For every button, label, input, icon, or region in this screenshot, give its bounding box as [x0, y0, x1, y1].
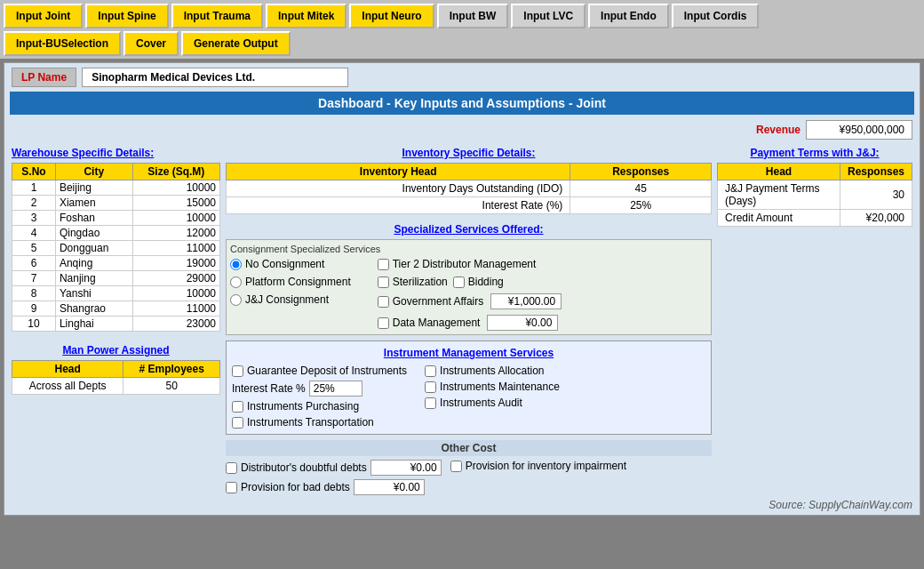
interest-rate-input[interactable] [309, 381, 362, 397]
wh-col-sno: S.No [12, 164, 56, 180]
check-sterilization[interactable]: Sterilization [378, 276, 448, 288]
nav-btn-endo[interactable]: Input Endo [588, 4, 669, 28]
table-row: Interest Rate (%) 25% [227, 197, 712, 214]
instrument-section: Instrument Management Services Guarantee… [226, 341, 712, 435]
instrument-right-col: Instruments Allocation Instruments Maint… [425, 365, 560, 429]
table-row: 5Dongguan11000 [12, 241, 220, 256]
warehouse-table: S.No City Size (Sq.M) 1Beijing10000 2Xia… [12, 163, 220, 332]
left-panel: Warehouse Specific Details: S.No City Si… [12, 147, 220, 495]
nav-btn-cordis[interactable]: Input Cordis [672, 4, 760, 28]
right-panel: Payment Terms with J&J: Head Responses J… [717, 147, 912, 495]
nav-btn-lvc[interactable]: Input LVC [511, 4, 585, 28]
doubtful-debts-value: ¥0.00 [370, 460, 442, 476]
other-cost-grid: Distributor's doubtful debts ¥0.00 Provi… [226, 460, 712, 495]
inventory-title: Inventory Specific Details: [226, 147, 712, 159]
check-instruments-purchasing[interactable]: Instruments Purchasing [232, 400, 407, 413]
lp-value: Sinopharm Medical Devices Ltd. [82, 68, 348, 87]
other-cost-left: Distributor's doubtful debts ¥0.00 Provi… [226, 460, 442, 495]
table-row: 3Foshan10000 [12, 211, 220, 226]
payment-table: Head Responses J&J Payment Terms (Days) … [717, 163, 912, 227]
revenue-label: Revenue [756, 124, 801, 136]
manpower-table: Head # Employees Across all Depts 50 [12, 360, 220, 395]
instrument-title: Instrument Management Services [232, 347, 705, 359]
table-row: Inventory Days Outstanding (IDO) 45 [227, 180, 712, 197]
other-cost-section: Other Cost Distributor's doubtful debts … [226, 440, 712, 495]
check-instruments-transportation[interactable]: Instruments Transportation [232, 416, 407, 429]
govt-affairs-value: ¥1,000.00 [490, 293, 562, 309]
middle-panel: Inventory Specific Details: Inventory He… [226, 147, 712, 495]
check-col: Tier 2 Distributor Management Sterilizat… [378, 258, 562, 331]
nav-btn-neuro[interactable]: Input Neuro [349, 4, 434, 28]
radio-platform-consignment[interactable]: Platform Consignment [230, 276, 351, 288]
check-bad-debts[interactable]: Provision for bad debts ¥0.00 [226, 479, 442, 495]
payment-title: Payment Terms with J&J: [717, 147, 912, 159]
table-row: Credit Amount ¥20,000 [718, 210, 912, 227]
table-row: 4Qingdao12000 [12, 226, 220, 241]
top-nav-row2: Input-BUSelection Cover Generate Output [0, 28, 924, 59]
consignment-options: No Consignment Platform Consignment J&J … [230, 258, 707, 331]
top-nav-row1: Input Joint Input Spine Input Trauma Inp… [0, 0, 924, 28]
other-cost-title: Other Cost [226, 440, 712, 456]
table-row: 1Beijing10000 [12, 180, 220, 196]
radio-jj-consignment[interactable]: J&J Consignment [230, 293, 351, 306]
nav-btn-buselection[interactable]: Input-BUSelection [4, 31, 121, 56]
table-row: 10Linghai23000 [12, 317, 220, 332]
manpower-section: Man Power Assigned Head # Employees Acro… [12, 344, 220, 395]
radio-col: No Consignment Platform Consignment J&J … [230, 258, 351, 331]
revenue-value: ¥950,000,000 [806, 120, 912, 140]
check-instruments-audit[interactable]: Instruments Audit [425, 397, 560, 409]
interest-rate-row: Interest Rate % [232, 381, 407, 397]
mp-col-employees: # Employees [123, 361, 220, 378]
consignment-box: Consignment Specialized Services No Cons… [226, 239, 712, 335]
lp-label: LP Name [12, 68, 76, 87]
check-tier2[interactable]: Tier 2 Distributor Management [378, 258, 562, 270]
source-text: Source: SupplyChainWay.com [12, 499, 912, 511]
other-cost-right: Provision for inventory impairment [450, 460, 626, 472]
check-instruments-maintenance[interactable]: Instruments Maintenance [425, 381, 560, 393]
content-area: Warehouse Specific Details: S.No City Si… [4, 147, 920, 495]
inv-col-head: Inventory Head [227, 164, 570, 180]
warehouse-title: Warehouse Specific Details: [12, 147, 220, 159]
check-instruments-allocation[interactable]: Instruments Allocation [425, 365, 560, 377]
consignment-label: Consignment Specialized Services [230, 244, 707, 254]
revenue-row: Revenue ¥950,000,000 [12, 120, 912, 140]
table-row: 7Nanjing29000 [12, 271, 220, 286]
pay-col-responses: Responses [840, 164, 912, 180]
instrument-left-col: Guarantee Deposit of Instruments Interes… [232, 365, 407, 429]
specialized-title: Specialized Services Offered: [226, 223, 712, 236]
check-data-mgmt[interactable]: Data Management ¥0.00 [378, 315, 562, 331]
table-row: 9Shangrao11000 [12, 301, 220, 317]
lp-name-row: LP Name Sinopharm Medical Devices Ltd. [4, 63, 920, 92]
main-container: LP Name Sinopharm Medical Devices Ltd. D… [4, 62, 920, 516]
check-bidding[interactable]: Bidding [453, 276, 504, 288]
manpower-title: Man Power Assigned [12, 344, 220, 357]
nav-btn-spine[interactable]: Input Spine [85, 4, 168, 28]
check-guarantee-deposit[interactable]: Guarantee Deposit of Instruments [232, 365, 407, 377]
data-mgmt-value: ¥0.00 [487, 315, 558, 331]
table-row: 6Anqing19000 [12, 256, 220, 271]
table-row: 8Yanshi10000 [12, 286, 220, 301]
table-row: 2Xiamen15000 [12, 196, 220, 211]
check-govt-affairs[interactable]: Government Affairs ¥1,000.00 [378, 293, 562, 309]
nav-btn-trauma[interactable]: Input Trauma [171, 4, 263, 28]
nav-btn-bw[interactable]: Input BW [437, 4, 509, 28]
nav-btn-cover[interactable]: Cover [123, 31, 179, 56]
nav-btn-mitek[interactable]: Input Mitek [266, 4, 346, 28]
pay-col-head: Head [718, 164, 840, 180]
mp-col-head: Head [12, 361, 123, 378]
table-row: Across all Depts 50 [12, 378, 220, 395]
table-row: J&J Payment Terms (Days) 30 [718, 180, 912, 210]
nav-btn-joint[interactable]: Input Joint [4, 4, 83, 28]
radio-no-consignment[interactable]: No Consignment [230, 258, 351, 270]
wh-col-city: City [55, 164, 132, 180]
wh-col-size: Size (Sq.M) [132, 164, 219, 180]
inv-col-responses: Responses [570, 164, 712, 180]
check-doubtful-debts[interactable]: Distributor's doubtful debts ¥0.00 [226, 460, 442, 476]
dashboard-title: Dashboard - Key Inputs and Assumptions -… [10, 92, 914, 115]
nav-btn-generate[interactable]: Generate Output [181, 31, 291, 56]
bad-debts-value: ¥0.00 [354, 479, 425, 495]
check-inventory-impairment[interactable]: Provision for inventory impairment [450, 460, 626, 472]
inventory-table: Inventory Head Responses Inventory Days … [226, 163, 712, 214]
instrument-grid: Guarantee Deposit of Instruments Interes… [232, 365, 705, 429]
